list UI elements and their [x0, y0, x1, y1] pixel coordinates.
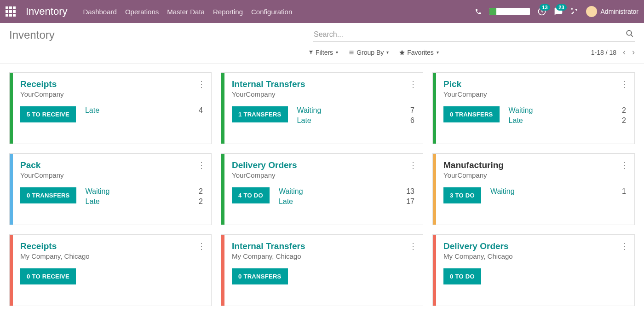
card-action-button[interactable]: 4 TO DO	[232, 187, 270, 203]
stat-row[interactable]: Late4	[85, 106, 203, 115]
card-action-button[interactable]: 0 TRANSFERS	[20, 187, 76, 203]
card-stripe	[221, 235, 224, 306]
control-bar: Inventory	[0, 23, 644, 45]
card-subtitle: YourCompany	[20, 171, 203, 179]
kebab-icon[interactable]: ⋮	[621, 241, 628, 251]
card-body: ⋮Delivery OrdersYourCompany4 TO DOWaitin…	[224, 154, 423, 225]
filters-button[interactable]: Filters▾	[308, 49, 338, 56]
card-subtitle: My Company, Chicago	[443, 252, 626, 260]
card-action-button[interactable]: 0 TO RECEIVE	[20, 268, 76, 284]
kebab-icon[interactable]: ⋮	[621, 79, 628, 89]
user-menu[interactable]: Administrator	[586, 6, 638, 17]
card-title[interactable]: Pack	[20, 160, 203, 170]
stat-label: Waiting	[86, 187, 110, 196]
card-main: 3 TO DOWaiting1	[443, 187, 626, 203]
card: ⋮Delivery OrdersMy Company, Chicago0 TO …	[432, 234, 635, 306]
chat-icon[interactable]: 23	[554, 7, 563, 16]
kebab-icon[interactable]: ⋮	[197, 160, 205, 170]
card-title[interactable]: Internal Transfers	[232, 79, 414, 89]
card: ⋮Delivery OrdersYourCompany4 TO DOWaitin…	[221, 153, 423, 225]
nav-dashboard[interactable]: Dashboard	[83, 8, 117, 16]
stat-label: Late	[297, 116, 311, 125]
card-action-button[interactable]: 0 TRANSFERS	[232, 268, 288, 284]
card-action-button[interactable]: 0 TO DO	[443, 268, 481, 284]
caret-down-icon: ▾	[437, 50, 439, 55]
card-title[interactable]: Receipts	[20, 79, 203, 89]
card-action-button[interactable]: 0 TRANSFERS	[443, 106, 500, 122]
phone-icon[interactable]	[475, 8, 482, 15]
card-subtitle: YourCompany	[443, 171, 626, 179]
groupby-button[interactable]: Group By▾	[348, 49, 389, 56]
stat-value: 6	[410, 116, 414, 125]
card: ⋮PackYourCompany0 TRANSFERSWaiting2Late2	[9, 153, 212, 225]
kebab-icon[interactable]: ⋮	[409, 79, 416, 89]
stat-row[interactable]: Late2	[86, 197, 203, 206]
pager: 1-18 / 18 ‹ ›	[591, 47, 635, 57]
kebab-icon[interactable]: ⋮	[197, 79, 205, 89]
card-stats: Waiting1	[490, 187, 626, 203]
stat-row[interactable]: Waiting7	[297, 106, 414, 115]
avatar	[586, 6, 597, 17]
card-body: ⋮Internal TransfersYourCompany1 TRANSFER…	[224, 73, 423, 144]
stat-row[interactable]: Late6	[297, 116, 414, 125]
chat-badge: 23	[556, 4, 566, 11]
stat-value: 1	[622, 187, 626, 196]
pager-prev[interactable]: ‹	[623, 47, 626, 57]
kebab-icon[interactable]: ⋮	[197, 241, 205, 251]
card-title[interactable]: Delivery Orders	[443, 241, 626, 251]
card-stripe	[433, 235, 436, 306]
stat-row[interactable]: Waiting2	[86, 187, 203, 196]
navbar: Inventory Dashboard Operations Master Da…	[0, 0, 644, 23]
card-title[interactable]: Internal Transfers	[232, 241, 414, 251]
search-icon[interactable]	[626, 29, 634, 38]
card-stats	[85, 268, 203, 284]
stat-row[interactable]: Waiting1	[490, 187, 626, 196]
stat-label: Waiting	[297, 106, 322, 115]
card-title[interactable]: Delivery Orders	[232, 160, 414, 170]
pager-next[interactable]: ›	[632, 47, 635, 57]
card-main: 4 TO DOWaiting13Late17	[232, 187, 414, 208]
stat-label: Waiting	[279, 187, 303, 196]
card: ⋮Internal TransfersYourCompany1 TRANSFER…	[221, 72, 423, 144]
search-input[interactable]	[313, 28, 635, 42]
card-title[interactable]: Receipts	[20, 241, 203, 251]
stat-row[interactable]: Waiting13	[279, 187, 414, 196]
stat-row[interactable]: Late17	[279, 197, 414, 206]
card-action-button[interactable]: 3 TO DO	[443, 187, 481, 203]
nav-reporting[interactable]: Reporting	[213, 8, 243, 16]
card-body: ⋮ManufacturingYourCompany3 TO DOWaiting1	[436, 154, 634, 225]
app-brand[interactable]: Inventory	[26, 6, 68, 17]
card-main: 0 TRANSFERSWaiting2Late2	[20, 187, 203, 208]
tools-icon[interactable]	[570, 7, 579, 16]
card-title[interactable]: Manufacturing	[443, 160, 626, 170]
stat-label: Late	[279, 197, 293, 206]
stat-row[interactable]: Waiting2	[509, 106, 626, 115]
caret-down-icon: ▾	[336, 50, 338, 55]
card-action-button[interactable]: 5 TO RECEIVE	[20, 106, 76, 122]
nav-operations[interactable]: Operations	[125, 8, 159, 16]
card-body: ⋮Internal TransfersMy Company, Chicago0 …	[224, 235, 423, 306]
progress-bar[interactable]	[489, 8, 530, 15]
stat-value: 2	[199, 197, 203, 206]
card: ⋮ManufacturingYourCompany3 TO DOWaiting1	[432, 153, 635, 225]
stat-label: Late	[86, 197, 100, 206]
stat-value: 2	[622, 116, 626, 125]
nav-configuration[interactable]: Configuration	[251, 8, 292, 16]
card-stripe	[433, 73, 436, 144]
stat-row[interactable]: Late2	[509, 116, 626, 125]
stat-value: 2	[622, 106, 626, 115]
kebab-icon[interactable]: ⋮	[409, 241, 416, 251]
stat-value: 2	[199, 187, 203, 196]
kebab-icon[interactable]: ⋮	[621, 160, 628, 170]
card-main: 0 TRANSFERSWaiting2Late2	[443, 106, 626, 127]
stat-value: 17	[406, 197, 414, 206]
caret-down-icon: ▾	[386, 50, 389, 55]
kebab-icon[interactable]: ⋮	[409, 160, 416, 170]
nav-master-data[interactable]: Master Data	[167, 8, 205, 16]
clock-icon[interactable]: 13	[537, 7, 546, 16]
card-title[interactable]: Pick	[443, 79, 626, 89]
apps-icon[interactable]	[6, 6, 16, 17]
card: ⋮ReceiptsMy Company, Chicago0 TO RECEIVE	[9, 234, 212, 306]
favorites-button[interactable]: Favorites▾	[399, 49, 439, 56]
card-action-button[interactable]: 1 TRANSFERS	[232, 106, 288, 122]
